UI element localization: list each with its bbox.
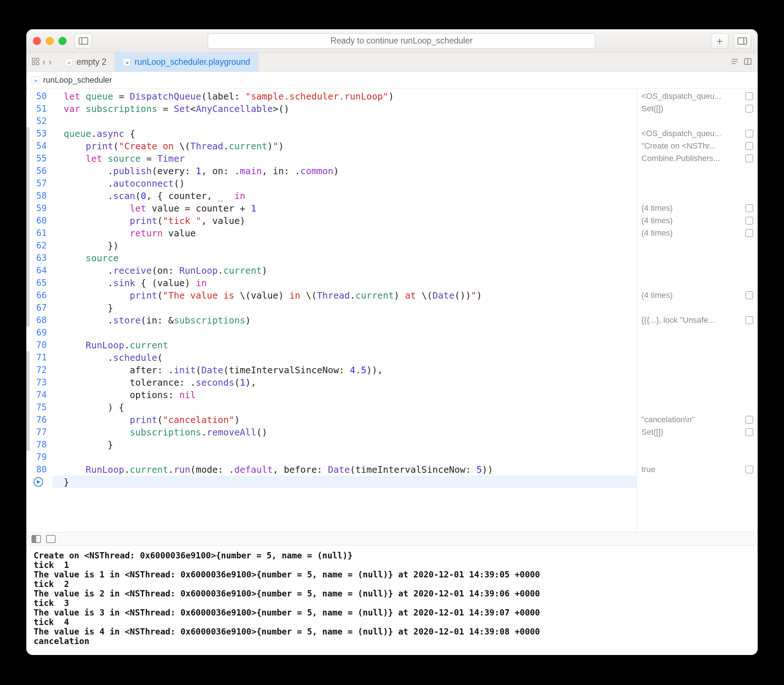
result-row[interactable] bbox=[637, 115, 758, 127]
quicklook-icon[interactable] bbox=[745, 130, 753, 138]
code-line[interactable]: print("The value is \(value) in \(Thread… bbox=[53, 289, 637, 302]
line-number[interactable]: 76 bbox=[26, 414, 53, 426]
line-number[interactable]: 71 bbox=[26, 351, 53, 364]
code-line[interactable]: subscriptions.removeAll() bbox=[53, 426, 637, 438]
result-row[interactable]: Set([]) bbox=[637, 426, 758, 438]
result-row[interactable]: "Create on <NSThr... bbox=[637, 140, 758, 152]
library-toggle-button[interactable] bbox=[734, 33, 751, 49]
close-icon[interactable] bbox=[33, 37, 41, 45]
run-button[interactable] bbox=[34, 477, 43, 487]
code-line[interactable]: .publish(every: 1, on: .main, in: .commo… bbox=[53, 165, 637, 177]
result-row[interactable]: (4 times) bbox=[637, 289, 758, 302]
adjust-editor-icon[interactable] bbox=[744, 57, 752, 67]
result-row[interactable]: "cancelation\n" bbox=[637, 414, 758, 426]
code-line[interactable]: } bbox=[53, 476, 637, 488]
code-line[interactable]: source bbox=[53, 252, 637, 264]
result-row[interactable] bbox=[637, 351, 758, 364]
result-row[interactable] bbox=[637, 401, 758, 414]
navigator-toggle-button[interactable] bbox=[75, 33, 92, 49]
line-number[interactable]: 55 bbox=[26, 152, 53, 165]
activity-viewer[interactable]: Ready to continue runLoop_scheduler bbox=[208, 33, 595, 49]
line-number[interactable]: 75 bbox=[26, 401, 53, 414]
quicklook-icon[interactable] bbox=[745, 154, 753, 162]
code-editor[interactable]: let queue = DispatchQueue(label: "sample… bbox=[53, 89, 637, 532]
result-row[interactable] bbox=[637, 326, 758, 339]
result-row[interactable]: Set([]) bbox=[637, 102, 758, 115]
tab-1[interactable]: runLoop_scheduler.playground bbox=[115, 53, 259, 71]
code-line[interactable]: after: .init(Date(timeIntervalSinceNow: … bbox=[53, 364, 637, 376]
result-row[interactable] bbox=[637, 364, 758, 376]
console-output[interactable]: Create on <NSThread: 0x6000036e9100>{num… bbox=[26, 545, 758, 655]
line-number[interactable]: 63 bbox=[26, 252, 53, 264]
code-line[interactable]: let source = Timer bbox=[53, 152, 637, 165]
code-line[interactable]: options: nil bbox=[53, 389, 637, 401]
quicklook-icon[interactable] bbox=[745, 92, 753, 100]
code-line[interactable]: .store(in: &subscriptions) bbox=[53, 314, 637, 326]
result-row[interactable] bbox=[637, 252, 758, 264]
line-number[interactable]: 60 bbox=[26, 214, 53, 227]
code-line[interactable]: } bbox=[53, 438, 637, 451]
code-line[interactable]: } bbox=[53, 302, 637, 314]
line-number[interactable]: 67 bbox=[26, 302, 53, 314]
result-row[interactable] bbox=[637, 264, 758, 277]
code-line[interactable]: RunLoop.current.run(mode: .default, befo… bbox=[53, 463, 637, 476]
zoom-icon[interactable] bbox=[58, 37, 66, 45]
result-row[interactable] bbox=[637, 476, 758, 488]
line-number[interactable]: 51 bbox=[26, 102, 53, 115]
code-line[interactable]: print("Create on \(Thread.current)") bbox=[53, 140, 637, 152]
quicklook-icon[interactable] bbox=[745, 105, 753, 113]
back-icon[interactable]: ‹ bbox=[42, 56, 46, 68]
line-number[interactable]: 72 bbox=[26, 364, 53, 376]
line-number[interactable]: 78 bbox=[26, 438, 53, 451]
result-row[interactable] bbox=[637, 177, 758, 190]
result-row[interactable] bbox=[637, 165, 758, 177]
result-row[interactable]: {{{...}, lock "Unsafe... bbox=[637, 314, 758, 326]
line-number[interactable]: 79 bbox=[26, 451, 53, 463]
line-number[interactable]: 62 bbox=[26, 239, 53, 252]
quicklook-icon[interactable] bbox=[745, 229, 753, 237]
code-line[interactable]: .scan(0, { counter, _ in bbox=[53, 190, 637, 202]
quicklook-icon[interactable] bbox=[745, 428, 753, 436]
line-number[interactable]: 74 bbox=[26, 389, 53, 401]
line-number[interactable]: 52 bbox=[26, 115, 53, 127]
minimize-icon[interactable] bbox=[46, 37, 54, 45]
line-number[interactable]: 59 bbox=[26, 202, 53, 214]
line-number[interactable] bbox=[26, 476, 53, 488]
result-row[interactable]: Combine.Publishers... bbox=[637, 152, 758, 165]
code-line[interactable] bbox=[53, 451, 637, 463]
result-row[interactable]: (4 times) bbox=[637, 202, 758, 214]
line-number[interactable]: 65 bbox=[26, 277, 53, 289]
quicklook-icon[interactable] bbox=[745, 204, 753, 212]
line-number[interactable]: 54 bbox=[26, 140, 53, 152]
line-number[interactable]: 66 bbox=[26, 289, 53, 302]
line-number[interactable]: 57 bbox=[26, 177, 53, 190]
result-row[interactable] bbox=[637, 190, 758, 202]
tab-0[interactable]: empty 2 bbox=[57, 53, 115, 71]
line-number[interactable]: 50 bbox=[26, 90, 53, 102]
add-button[interactable]: ＋ bbox=[711, 33, 729, 49]
line-number[interactable]: 80 bbox=[26, 463, 53, 476]
code-line[interactable]: .autoconnect() bbox=[53, 177, 637, 190]
minimap-icon[interactable] bbox=[731, 57, 739, 67]
line-number[interactable]: 77 bbox=[26, 426, 53, 438]
result-row[interactable]: (4 times) bbox=[637, 214, 758, 227]
code-line[interactable]: tolerance: .seconds(1), bbox=[53, 376, 637, 389]
line-number[interactable]: 58 bbox=[26, 190, 53, 202]
code-line[interactable]: queue.async { bbox=[53, 127, 637, 140]
code-line[interactable]: RunLoop.current bbox=[53, 339, 637, 351]
code-line[interactable]: .receive(on: RunLoop.current) bbox=[53, 264, 637, 277]
result-row[interactable] bbox=[637, 376, 758, 389]
code-line[interactable]: .schedule( bbox=[53, 351, 637, 364]
quicklook-icon[interactable] bbox=[745, 142, 753, 150]
line-number[interactable]: 70 bbox=[26, 339, 53, 351]
code-line[interactable]: print("tick ", value) bbox=[53, 214, 637, 227]
code-line[interactable]: return value bbox=[53, 227, 637, 239]
related-items-icon[interactable] bbox=[31, 57, 39, 67]
forward-icon[interactable]: › bbox=[49, 56, 52, 68]
result-row[interactable] bbox=[637, 438, 758, 451]
code-line[interactable] bbox=[53, 115, 637, 127]
result-row[interactable] bbox=[637, 277, 758, 289]
code-line[interactable]: var subscriptions = Set<AnyCancellable>(… bbox=[53, 102, 637, 115]
quicklook-icon[interactable] bbox=[745, 466, 753, 474]
source-editor[interactable]: 5051525354555657585960616263646566676869… bbox=[26, 89, 637, 532]
